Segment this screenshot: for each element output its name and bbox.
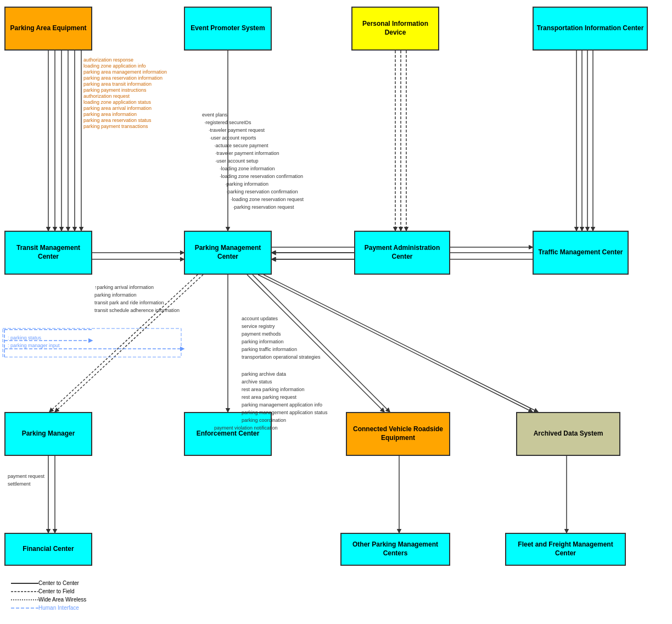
edge-label-traveler-payment-info: ·traveler payment information	[215, 151, 279, 156]
edge-label-arrival-info: parking area arrival information	[83, 105, 152, 111]
svg-line-25	[247, 275, 384, 412]
node-label: Fleet and Freight Management Center	[508, 541, 623, 558]
node-label: Connected Vehicle Roadside Equipment	[349, 425, 447, 442]
edge-label-parking-info-mid: parking information	[94, 292, 137, 298]
parking-manager-node: Parking Manager	[4, 412, 92, 456]
node-label: Payment Administration Center	[357, 244, 447, 261]
edge-label-user-account-reports: ·user account reports	[210, 135, 256, 141]
edge-label-loading-zone-info: ·loading zone information	[220, 166, 275, 171]
edge-label-parking-mgmt-info: parking area management information	[83, 69, 167, 75]
edge-label-parking-mgmt-app-info: parking management application info	[242, 402, 322, 408]
svg-line-26	[253, 275, 390, 412]
edge-label-rest-area-req: rest area parking request	[242, 394, 296, 400]
node-label: Other Parking Management Centers	[344, 541, 447, 558]
svg-line-27	[258, 275, 533, 412]
edge-label-transit-park-ride: transit park and ride information	[94, 300, 164, 305]
edge-label-loading-zone-res-req: ·loading zone reservation request	[231, 197, 304, 202]
edge-label-rest-area-info: rest area parking information	[242, 387, 305, 392]
edge-label-parking-area-info: parking area information	[83, 112, 137, 117]
edge-label-res-status: parking area reservation status	[83, 118, 152, 123]
parking-management-node: Parking Management Center	[184, 231, 272, 275]
edge-label-parking-info-low: parking information	[242, 339, 284, 344]
node-label: Archived Data System	[534, 430, 603, 438]
edge-label-loading-zone-app-info: loading zone application info	[83, 63, 146, 69]
legend-center-to-field: Center to Field	[38, 588, 75, 594]
edge-label-service-registry: service registry	[242, 324, 275, 329]
svg-line-20	[55, 275, 203, 412]
edge-label-user-account-setup: ·user account setup	[215, 158, 259, 164]
svg-line-28	[264, 275, 538, 412]
edge-label-parking-info-upper: ·parking information	[225, 181, 268, 187]
edge-label-auth-request: authorization request	[83, 93, 130, 99]
node-label: Enforcement Center	[197, 430, 260, 438]
legend-wide-area-wireless: Wide Area Wireless	[38, 597, 86, 603]
enforcement-center-node: Enforcement Center	[184, 412, 272, 456]
connections-svg	[0, 0, 672, 624]
node-label: Event Promoter System	[191, 24, 265, 33]
edge-label-parking-res-req: ·parking reservation request	[233, 204, 294, 210]
node-label: Personal Information Device	[355, 20, 436, 37]
node-label: Parking Manager	[22, 430, 75, 438]
edge-label-transport-strategies: transportation operational strategies	[242, 354, 321, 360]
traffic-management-node: Traffic Management Center	[533, 231, 629, 275]
event-promoter-node: Event Promoter System	[184, 7, 272, 51]
edge-label-archive-status: archive status	[242, 379, 272, 385]
node-label: Financial Center	[23, 545, 74, 554]
edge-label-settlement: settlement	[8, 481, 31, 487]
node-label: Traffic Management Center	[538, 248, 623, 257]
node-label: Transportation Information Center	[537, 24, 644, 33]
edge-label-parking-status: : parking status	[8, 335, 41, 341]
edge-label-traveler-payment-req: ·traveler payment request	[209, 127, 265, 133]
connected-vehicle-node: Connected Vehicle Roadside Equipment	[346, 412, 450, 456]
node-label: Parking Management Center	[187, 244, 268, 261]
edge-label-payment-transactions: parking payment transactions	[83, 124, 148, 129]
legend: Center to Center Center to Field Wide Ar…	[11, 580, 86, 613]
edge-label-payment-methods: payment methods	[242, 331, 281, 337]
legend-center-to-center: Center to Center	[38, 580, 79, 586]
edge-label-parking-transit: parking area transit information	[83, 81, 152, 87]
svg-rect-36	[3, 328, 181, 357]
edge-label-parking-manager-input: : parking manager input	[8, 343, 60, 348]
edge-label-registered-ids: ·registered secureIDs	[204, 120, 251, 125]
archived-data-node: Archived Data System	[516, 412, 620, 456]
edge-label-parking-archive: parking archive data	[242, 371, 286, 377]
edge-label-payment-instructions: parking payment instructions	[83, 87, 147, 93]
other-parking-node: Other Parking Management Centers	[340, 533, 450, 566]
node-label: Parking Area Equipment	[10, 24, 87, 33]
payment-admin-node: Payment Administration Center	[354, 231, 450, 275]
diagram: Parking Area Equipment Event Promoter Sy…	[0, 0, 672, 624]
edge-label-transit-schedule: transit schedule adherence information	[94, 308, 180, 313]
svg-line-21	[49, 275, 198, 412]
node-label: Transit Management Center	[8, 244, 89, 261]
edge-label-parking-traffic: parking traffic information	[242, 347, 297, 352]
edge-label-loading-zone-res-conf: ·loading zone reservation confirmation	[220, 174, 303, 179]
edge-label-parking-res-conf: ·parking reservation confirmation	[226, 189, 298, 194]
financial-center-node: Financial Center	[4, 533, 92, 566]
transportation-info-center-node: Transportation Information Center	[533, 7, 648, 51]
edge-label-auth-response: authorization response	[83, 57, 133, 63]
parking-area-equipment-node: Parking Area Equipment	[4, 7, 92, 51]
edge-label-account-updates: account updates	[242, 316, 278, 321]
transit-management-node: Transit Management Center	[4, 231, 92, 275]
fleet-freight-node: Fleet and Freight Management Center	[505, 533, 626, 566]
personal-info-device-node: Personal Information Device	[351, 7, 439, 51]
edge-label-parking-area-res: parking area reservation information	[83, 75, 163, 81]
legend-human-interface: Human Interface	[38, 605, 79, 611]
edge-label-parking-arrival: ↑parking arrival information	[94, 285, 154, 290]
edge-label-event-plans: event plans	[202, 112, 227, 118]
edge-label-loading-zone-status: loading zone application status	[83, 99, 151, 105]
edge-label-actuate-payment: ·actuate secure payment	[214, 143, 268, 148]
edge-label-payment-request: payment request	[8, 473, 44, 479]
